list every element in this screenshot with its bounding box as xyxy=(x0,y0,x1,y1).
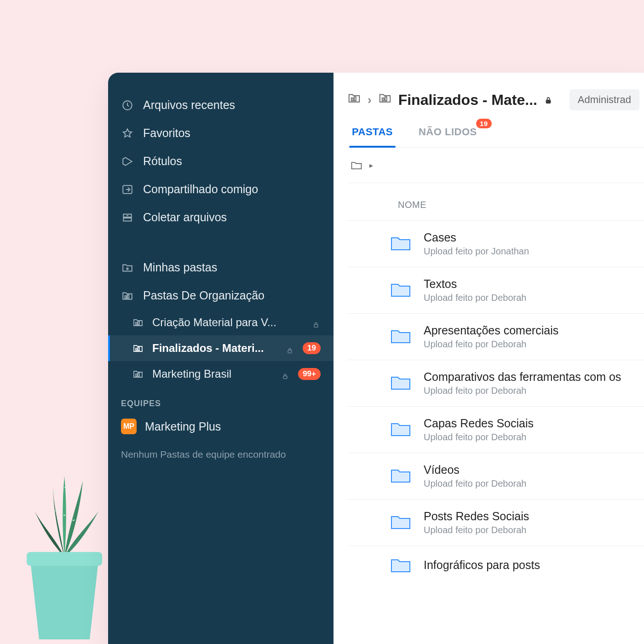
sidebar: Arquivos recentes Favoritos Rótulos Comp… xyxy=(108,73,334,644)
nav-label: Pastas De Organização xyxy=(143,289,264,302)
nav-org-folders[interactable]: Pastas De Organização xyxy=(108,282,334,310)
folder-row[interactable]: Infográficos para posts xyxy=(347,546,644,586)
folder-icon xyxy=(391,374,411,393)
org-folder-item[interactable]: Criação Material para V... xyxy=(108,310,334,335)
folder-name: Capas Redes Sociais xyxy=(424,417,534,430)
svg-rect-20 xyxy=(283,376,287,379)
org-subfolder-icon xyxy=(132,316,144,328)
folder-row[interactable]: Apresentações comerciais Upload feito po… xyxy=(347,314,644,360)
svg-rect-16 xyxy=(138,347,139,351)
folder-outline-icon xyxy=(350,159,363,172)
svg-rect-15 xyxy=(136,348,137,351)
svg-rect-14 xyxy=(314,324,318,327)
folder-icon xyxy=(391,466,411,486)
folder-uploader: Upload feito por Deborah xyxy=(424,525,529,535)
team-avatar: MP xyxy=(121,419,137,434)
breadcrumb-folder-icon[interactable] xyxy=(378,91,392,109)
lock-icon xyxy=(544,92,553,109)
chevron-right-icon: › xyxy=(368,93,372,107)
tab-folders[interactable]: PASTAS xyxy=(350,126,395,147)
folder-row[interactable]: Posts Redes Sociais Upload feito por Deb… xyxy=(347,500,644,546)
nav-favorites[interactable]: Favoritos xyxy=(108,119,334,147)
triangle-right-icon: ▸ xyxy=(369,161,373,170)
team-item[interactable]: MP Marketing Plus xyxy=(108,414,334,439)
tab-unread-badge: 19 xyxy=(476,119,492,128)
svg-rect-11 xyxy=(127,294,129,298)
svg-rect-23 xyxy=(382,98,384,101)
clock-icon xyxy=(121,99,134,112)
org-subfolder-icon xyxy=(132,368,144,380)
role-chip[interactable]: Administrad xyxy=(569,89,639,110)
team-name: Marketing Plus xyxy=(145,420,221,433)
nav-label: Arquivos recentes xyxy=(143,98,235,112)
org-folder-icon xyxy=(121,289,134,302)
folder-icon xyxy=(391,281,411,300)
folder-icon xyxy=(391,513,411,532)
org-folder-label: Criação Material para V... xyxy=(152,316,304,329)
org-folder-item-active[interactable]: Finalizados - Materi... 19 xyxy=(108,335,334,361)
lock-icon xyxy=(282,370,290,378)
nav-label: Coletar arquivos xyxy=(143,211,227,224)
nav-label: Favoritos xyxy=(143,126,190,140)
folder-name: Vídeos xyxy=(424,463,526,477)
svg-point-9 xyxy=(126,268,128,269)
nav-collect-files[interactable]: Coletar arquivos xyxy=(108,203,334,231)
folder-icon xyxy=(391,234,411,253)
folder-user-icon xyxy=(121,261,134,274)
unread-badge: 99+ xyxy=(298,368,321,380)
folder-icon xyxy=(391,556,411,575)
org-folder-item[interactable]: Marketing Brasil 99+ xyxy=(108,361,334,387)
folder-row[interactable]: Comparativos das ferramentas com os Uplo… xyxy=(347,360,644,407)
folder-path-bar[interactable]: ▸ xyxy=(347,148,644,183)
folder-name: Apresentações comerciais xyxy=(424,324,558,337)
tab-unread-label: NÃO LIDOS xyxy=(419,126,477,138)
folder-row[interactable]: Vídeos Upload feito por Deborah xyxy=(347,453,644,500)
team-empty-message: Nenhum Pastas de equipe encontrado xyxy=(108,439,334,470)
svg-line-0 xyxy=(53,492,55,493)
svg-rect-10 xyxy=(125,296,126,298)
breadcrumb-title: Finalizados - Mate... xyxy=(398,92,537,109)
svg-rect-19 xyxy=(138,373,139,376)
nav-recent-files[interactable]: Arquivos recentes xyxy=(108,91,334,119)
org-folder-label: Finalizados - Materi... xyxy=(152,342,278,355)
folder-name: Cases xyxy=(424,231,529,244)
breadcrumb-root-icon[interactable] xyxy=(347,91,361,109)
teams-header: EQUIPES xyxy=(108,387,334,414)
folder-uploader: Upload feito por Deborah xyxy=(424,339,558,350)
tab-unread[interactable]: NÃO LIDOS 19 xyxy=(417,126,479,147)
unread-badge: 19 xyxy=(303,342,321,354)
folder-name: Textos xyxy=(424,277,526,291)
svg-rect-13 xyxy=(138,322,139,325)
svg-rect-24 xyxy=(385,97,387,101)
folder-row[interactable]: Textos Upload feito por Deborah xyxy=(347,267,644,314)
nav-shared-with-me[interactable]: Compartilhado comigo xyxy=(108,175,334,203)
nav-label: Compartilhado comigo xyxy=(143,183,258,196)
nav-labels[interactable]: Rótulos xyxy=(108,147,334,175)
main-panel: › Finalizados - Mate... Administrad PAST… xyxy=(334,73,644,644)
svg-rect-22 xyxy=(354,97,356,101)
folder-row[interactable]: Cases Upload feito por Jonathan xyxy=(347,221,644,267)
decorative-plant xyxy=(9,455,120,644)
breadcrumb: › Finalizados - Mate... Administrad xyxy=(347,89,644,110)
folder-icon xyxy=(391,420,411,439)
nav-my-folders[interactable]: Minhas pastas xyxy=(108,253,334,282)
folder-uploader: Upload feito por Deborah xyxy=(424,385,621,396)
folder-name: Posts Redes Sociais xyxy=(424,510,529,523)
folder-name: Infográficos para posts xyxy=(424,558,540,572)
folder-uploader: Upload feito por Deborah xyxy=(424,478,526,489)
nav-label: Rótulos xyxy=(143,155,182,168)
nav-label: Minhas pastas xyxy=(143,261,217,274)
star-icon xyxy=(121,127,134,140)
svg-line-2 xyxy=(76,497,78,498)
tag-icon xyxy=(121,155,134,168)
folder-uploader: Upload feito por Jonathan xyxy=(424,246,529,257)
folder-uploader: Upload feito por Deborah xyxy=(424,432,534,443)
svg-rect-25 xyxy=(546,100,551,104)
svg-rect-6 xyxy=(27,552,102,566)
folder-row[interactable]: Capas Redes Sociais Upload feito por Deb… xyxy=(347,407,644,453)
folder-icon xyxy=(391,327,411,346)
share-in-icon xyxy=(121,183,134,196)
org-subfolder-icon xyxy=(132,342,144,354)
column-header-name: NOME xyxy=(347,183,644,221)
tabs: PASTAS NÃO LIDOS 19 xyxy=(347,126,644,148)
